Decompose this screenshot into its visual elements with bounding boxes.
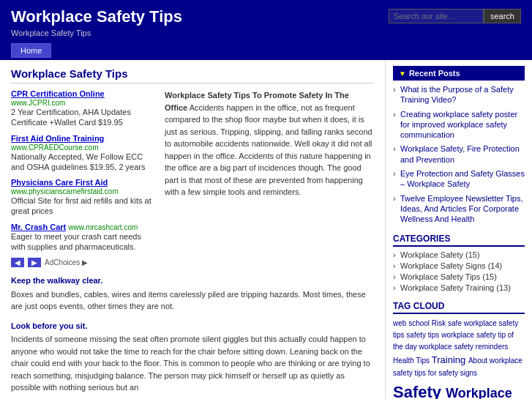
content-area: Workplace Safety Tips CPR Certification … (0, 60, 386, 399)
search-input[interactable] (389, 9, 484, 23)
tag-school[interactable]: school (408, 319, 432, 327)
ad-desc-2: Nationally Accepted, We Follow ECC and O… (11, 152, 157, 173)
category-link-4[interactable]: Workplace Safety Training (13) (400, 283, 511, 292)
paragraph-2-text: Incidents of someone missing the seat of… (11, 335, 370, 392)
category-4: Workplace Safety Training (13) (393, 283, 525, 292)
header: Workplace Safety Tips Workplace Safety T… (0, 0, 532, 41)
category-1: Workplace Safety (15) (393, 250, 525, 259)
sidebar: ▼ Recent Posts What is the Purpose of a … (386, 60, 532, 399)
recent-post-link-2[interactable]: Creating workplace safety poster for imp… (400, 110, 517, 140)
ad-title-4[interactable]: Mr. Crash Cart (11, 223, 66, 231)
ad-desc-3: Official Site for first aid refills and … (11, 195, 157, 217)
ad-title-1[interactable]: CPR Certification Online (11, 89, 105, 98)
ad-prev-button[interactable]: ◀ (11, 258, 24, 267)
category-3: Workplace Safety Tips (15) (393, 272, 525, 281)
tag-safe[interactable]: safe (448, 319, 464, 327)
ad-item-3: Physicians Care First Aid www.physicians… (11, 178, 157, 217)
categories-list: Workplace Safety (15) Workplace Safety S… (393, 250, 525, 292)
recent-post-4: Eye Protection and Safety Glasses – Work… (393, 168, 525, 190)
nav-home[interactable]: Home (11, 43, 51, 58)
tagcloud-title: TAG CLOUD (393, 301, 525, 314)
paragraph-1-heading: Keep the walkway clear. (11, 275, 374, 287)
article-text: Accidents happen in the office, not as f… (165, 103, 372, 197)
tagcloud: web school Risk safe workplace safety ti… (393, 318, 525, 399)
ad-next-button[interactable]: ▶ (28, 258, 41, 267)
ad-url-2: www.CPRAEDCourse.com (11, 143, 98, 152)
ad-list: CPR Certification Online www.JCPRI.com 2… (11, 89, 157, 267)
ad-item-2: First Aid Online Training www.CPRAEDCour… (11, 134, 157, 173)
search-bar: search (389, 9, 521, 23)
recent-post-link-3[interactable]: Workplace Safety, Fire Protection and Pr… (400, 144, 520, 163)
tag-web[interactable]: web (393, 319, 408, 327)
category-link-1[interactable]: Workplace Safety (15) (400, 250, 480, 259)
tag-safety[interactable]: Safety (393, 383, 446, 399)
ad-url-3: www.physicianscarnefirstaid.com (11, 187, 119, 195)
category-link-3[interactable]: Workplace Safety Tips (15) (400, 272, 497, 281)
ad-item-1: CPR Certification Online www.JCPRI.com 2… (11, 89, 157, 128)
body-paragraph-1: Keep the walkway clear. Boxes and bundle… (11, 275, 374, 313)
tag-workplace-safety-reminders[interactable]: workplace safety reminders (419, 343, 509, 351)
ad-item-4: Mr. Crash Cart www.mrcashcart.com Eager … (11, 223, 157, 253)
tag-safety-signs[interactable]: safety signs (438, 369, 477, 377)
main-layout: Workplace Safety Tips CPR Certification … (0, 60, 532, 399)
page-title: Workplace Safety Tips (11, 67, 374, 83)
header-subtitle: Workplace Safety Tips (11, 29, 521, 37)
category-2: Workplace Safety Signs (14) (393, 261, 525, 270)
recent-post-1: What is the Purpose of a Safety Training… (393, 84, 525, 105)
ad-url-1: www.JCPRI.com (11, 99, 65, 107)
ad-desc-4: Eager to meet your crash cart needs with… (11, 231, 157, 253)
ad-choices-label: AdChoices ▶ (45, 258, 88, 266)
recent-posts-section: ▼ Recent Posts What is the Purpose of a … (393, 66, 525, 225)
article-body: Workplace Safety Tips To Promote Safety … (165, 89, 374, 267)
categories-title: CATEGORIES (393, 234, 525, 247)
ad-title-2[interactable]: First Aid Online Training (11, 134, 104, 143)
categories-section: CATEGORIES Workplace Safety (15) Workpla… (393, 234, 525, 292)
nav-bar: Home (0, 41, 532, 60)
ad-title-3[interactable]: Physicians Care First Aid (11, 178, 108, 187)
search-button[interactable]: search (484, 9, 521, 23)
recent-post-link-5[interactable]: Twelve Employee Newsletter Tips, Ideas, … (400, 194, 523, 224)
ad-desc-1: 2 Year Certification, AHA Updates Certif… (11, 107, 157, 128)
tag-risk[interactable]: Risk (432, 319, 448, 327)
ad-controls: ◀ ▶ AdChoices ▶ (11, 258, 157, 267)
tag-workplace[interactable]: Workplace (446, 386, 512, 399)
recent-posts-arrow-icon: ▼ (399, 70, 406, 78)
paragraph-1-text: Boxes and bundles, cables, wires and ite… (11, 290, 366, 311)
tag-training[interactable]: Training (432, 354, 468, 365)
category-link-2[interactable]: Workplace Safety Signs (14) (400, 261, 502, 270)
body-paragraph-2: Look before you sit. Incidents of someon… (11, 320, 374, 394)
recent-post-link-1[interactable]: What is the Purpose of a Safety Training… (400, 85, 514, 104)
tag-safety-tips[interactable]: safety tips (406, 331, 441, 339)
ad-url-4: www.mrcashcart.com (68, 223, 138, 231)
paragraph-2-heading: Look before you sit. (11, 320, 374, 332)
recent-posts-title: ▼ Recent Posts (393, 66, 525, 81)
tagcloud-section: TAG CLOUD web school Risk safe workplace… (393, 301, 525, 399)
recent-post-3: Workplace Safety, Fire Protection and Pr… (393, 143, 525, 165)
recent-post-5: Twelve Employee Newsletter Tips, Ideas, … (393, 193, 525, 225)
recent-posts-list: What is the Purpose of a Safety Training… (393, 84, 525, 225)
ad-section: CPR Certification Online www.JCPRI.com 2… (11, 89, 374, 267)
recent-post-link-4[interactable]: Eye Protection and Safety Glasses – Work… (400, 169, 525, 188)
tag-tips[interactable]: Tips (416, 357, 432, 365)
recent-post-2: Creating workplace safety poster for imp… (393, 109, 525, 141)
tag-health[interactable]: Health (393, 357, 416, 365)
